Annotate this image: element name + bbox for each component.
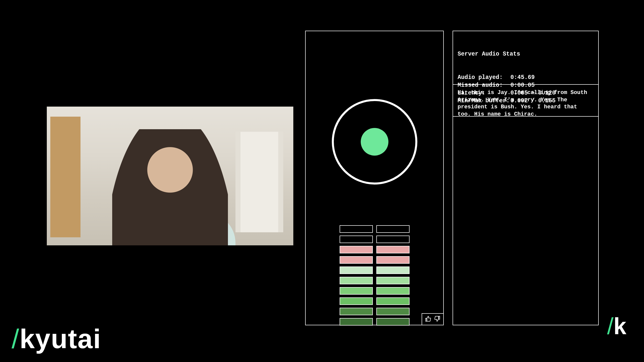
vu-cell <box>340 225 373 233</box>
activity-ring-icon <box>332 99 417 185</box>
transcript-text: Hi, this is Jay. I'm calling from South … <box>458 89 587 117</box>
vu-cell <box>340 266 373 274</box>
slash-icon: / <box>607 313 614 339</box>
vu-cell <box>376 297 410 305</box>
person-hair <box>137 147 208 227</box>
brand-mark: / k <box>607 313 626 339</box>
transcript-panel: Hi, this is Jay. I'm calling from South … <box>453 84 599 325</box>
vu-cell <box>376 236 410 243</box>
vu-cell <box>376 277 410 284</box>
stats-label: Audio played: <box>458 74 510 81</box>
vu-cell <box>340 297 373 305</box>
audio-panel <box>305 31 444 325</box>
vu-cell <box>340 287 373 295</box>
room-shelf <box>235 132 283 232</box>
slash-icon: / <box>12 323 20 354</box>
thumbs-up-icon[interactable] <box>425 316 431 323</box>
vu-cell <box>376 256 410 264</box>
stats-value: 0:45.69 <box>510 74 535 81</box>
vu-cell <box>340 256 373 264</box>
stats-title: Server Audio Stats <box>458 50 594 58</box>
vu-cell <box>376 287 410 295</box>
webcam-feed <box>47 107 293 245</box>
person-face <box>155 169 193 215</box>
headphone-right-icon <box>186 182 200 205</box>
vu-cell <box>376 266 410 274</box>
vu-cell <box>340 318 373 326</box>
vu-cell <box>340 308 373 315</box>
vu-cell <box>376 246 410 253</box>
vu-cell <box>340 277 373 284</box>
brand-short: k <box>614 313 626 339</box>
feedback-bar <box>422 313 443 325</box>
vu-meter <box>340 225 410 326</box>
headphone-left-icon <box>147 182 161 205</box>
person-body <box>112 213 235 245</box>
vu-cell <box>340 236 373 243</box>
brand-logo: JULY 23, 2024 / kyutai <box>12 323 101 354</box>
vu-cell <box>340 246 373 253</box>
vu-cell <box>376 308 410 315</box>
stats-row: Audio played:0:45.69 <box>458 74 594 81</box>
thumbs-down-icon[interactable] <box>434 316 440 323</box>
activity-dot-icon <box>361 128 388 156</box>
brand-name: kyutai <box>20 323 101 354</box>
vu-cell <box>376 225 410 233</box>
vu-cell <box>376 318 410 326</box>
